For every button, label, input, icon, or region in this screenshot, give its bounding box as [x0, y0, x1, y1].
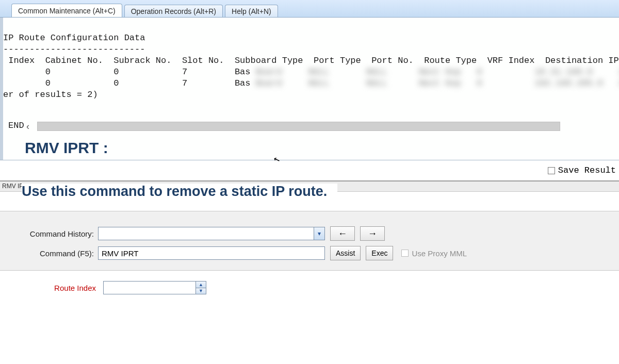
tab-operation-records[interactable]: Operation Records (Alt+R) [124, 5, 223, 17]
save-result-row: ↖ Save Result [0, 160, 619, 181]
route-index-input[interactable] [103, 281, 196, 294]
proxy-label: Use Proxy MML [412, 249, 467, 258]
tab-help[interactable]: Help (Alt+N) [225, 5, 278, 17]
command-history-combo[interactable]: ▾ [98, 227, 325, 240]
output-end: END [3, 121, 24, 130]
scroll-track[interactable] [37, 122, 560, 131]
command-input[interactable] [98, 246, 325, 260]
command-history-input[interactable] [98, 227, 314, 240]
command-echo-text: RMV IPRT:: [2, 183, 34, 190]
exec-button[interactable]: Exec [366, 246, 393, 260]
tab-bar: Common Maintenance (Alt+C) Operation Rec… [0, 0, 619, 18]
output-pane: IP Route Configuration Data ------------… [0, 18, 619, 160]
proxy-checkbox[interactable] [401, 250, 409, 257]
horizontal-scrollbar[interactable]: ‹ [23, 122, 617, 131]
save-result-label: Save Result [558, 166, 616, 175]
output-underline: --------------------------- [3, 44, 145, 54]
output-columns: Index Cabinet No. Subrack No. Slot No. S… [3, 56, 619, 65]
route-index-spinner[interactable]: ▲ ▼ [103, 281, 206, 294]
spinner-up-icon[interactable]: ▲ [196, 281, 206, 288]
history-back-button[interactable]: ← [330, 226, 355, 241]
command-panel: Command History: ▾ ← → Command (F5): Ass… [0, 211, 619, 271]
chevron-down-icon[interactable]: ▾ [314, 227, 325, 240]
results-count: er of results = 2) [3, 90, 98, 100]
scroll-left-icon[interactable]: ‹ [23, 121, 33, 131]
command-echo-bar: RMV IPRT:: Use this command to remove a … [0, 181, 619, 192]
output-title: IP Route Configuration Data [3, 33, 145, 43]
save-result-checkbox[interactable] [548, 167, 555, 174]
history-forward-button[interactable]: → [360, 226, 385, 241]
tab-common-maintenance[interactable]: Common Maintenance (Alt+C) [11, 4, 122, 17]
parameter-panel: Route Index ▲ ▼ [0, 271, 619, 364]
command-history-label: Command History: [10, 229, 98, 238]
command-label: Command (F5): [10, 249, 98, 258]
assist-button[interactable]: Assist [330, 246, 361, 260]
annotation-title: RMV IPRT : [25, 139, 108, 157]
table-row: 0 0 7 Bas Board NULL NULL Next Hop 0 192… [3, 78, 619, 88]
table-row: 0 0 7 Bas Board NULL NULL Next Hop 0 10.… [3, 67, 619, 77]
spinner-down-icon[interactable]: ▼ [196, 288, 206, 295]
use-proxy-mml: Use Proxy MML [401, 249, 467, 258]
route-index-label: Route Index [10, 284, 103, 292]
